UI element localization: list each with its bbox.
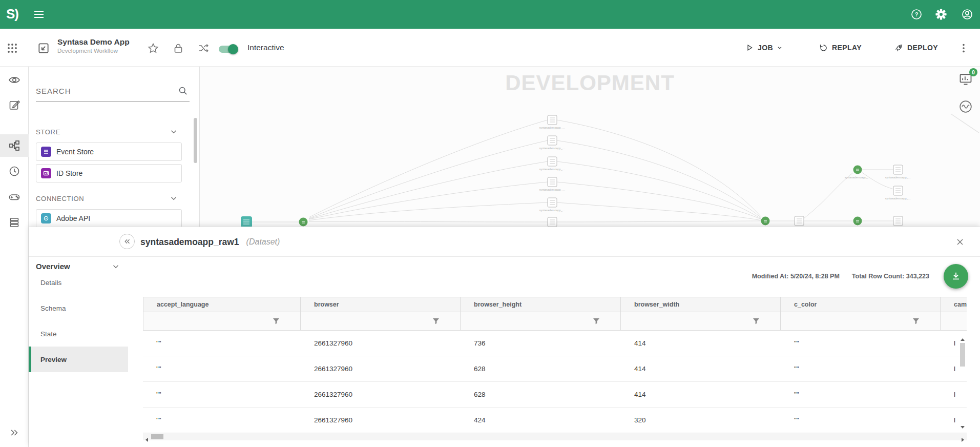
- svg-text:syntasademoapp_…: syntasademoapp_…: [539, 126, 565, 129]
- account-icon[interactable]: [961, 8, 973, 21]
- gamepad-icon[interactable]: [0, 186, 29, 208]
- canvas-dataset-node[interactable]: [795, 216, 804, 226]
- help-icon[interactable]: ?: [910, 8, 923, 21]
- column-header[interactable]: browser: [301, 297, 461, 312]
- corner-fold-line: [951, 114, 979, 133]
- column-header[interactable]: c_color: [781, 297, 941, 312]
- canvas-process-node-green[interactable]: [761, 217, 770, 226]
- v-scrollbar-thumb[interactable]: [960, 343, 965, 367]
- search-field: [36, 81, 190, 101]
- column-filter[interactable]: [621, 312, 781, 331]
- interactive-toggle[interactable]: [219, 44, 239, 54]
- job-button[interactable]: JOB: [745, 29, 783, 67]
- data-layers-icon[interactable]: [0, 211, 29, 234]
- column-header[interactable]: browser_height: [461, 297, 621, 312]
- overflow-menu-icon[interactable]: [957, 42, 970, 55]
- dataset-preview-panel: syntasademoapp_raw1 (Dataset) Overview D…: [29, 227, 980, 447]
- table-row[interactable]: "" 2661327960 628 414 "" l: [143, 356, 967, 382]
- library-item-adobe-api[interactable]: Adobe API: [36, 209, 182, 227]
- column-filter[interactable]: [781, 312, 941, 331]
- canvas-dataset-node[interactable]: [893, 216, 903, 226]
- canvas-notifications-icon[interactable]: 0: [958, 72, 974, 87]
- workflow-open-icon[interactable]: [37, 42, 50, 55]
- panel-scrollbar-thumb[interactable]: [194, 118, 197, 163]
- column-header[interactable]: accept_language: [143, 297, 301, 312]
- view-eye-icon[interactable]: [0, 69, 29, 91]
- column-filter[interactable]: [941, 312, 967, 331]
- filter-funnel-icon: [912, 318, 920, 324]
- gear-icon[interactable]: [935, 8, 947, 21]
- scroll-right-icon[interactable]: [961, 435, 965, 439]
- cell: "": [143, 382, 301, 408]
- column-header[interactable]: cam: [941, 297, 967, 312]
- horizontal-scrollbar[interactable]: [143, 433, 967, 440]
- chevron-down-icon[interactable]: [169, 127, 178, 136]
- nav-item-preview[interactable]: Preview: [29, 347, 128, 372]
- table-row[interactable]: "" 2661327960 424 320 "" l: [143, 408, 967, 433]
- h-scrollbar-thumb[interactable]: [151, 434, 163, 439]
- scroll-left-icon[interactable]: [145, 435, 149, 439]
- canvas-process-node-teal[interactable]: [241, 216, 252, 228]
- history-clock-icon[interactable]: [0, 160, 29, 182]
- canvas-dataset-node[interactable]: syntasademoapp_…: [539, 136, 565, 150]
- cell: 2661327960: [301, 382, 461, 408]
- filter-funnel-icon: [753, 318, 760, 324]
- canvas-dataset-node[interactable]: syntasademoapp_…: [539, 177, 565, 191]
- cell: 414: [621, 331, 781, 356]
- favorite-star-icon[interactable]: [147, 42, 160, 55]
- adobe-api-icon: [41, 213, 51, 223]
- hamburger-menu-icon[interactable]: [33, 8, 45, 21]
- close-icon[interactable]: [953, 235, 967, 249]
- lock-icon[interactable]: [172, 42, 185, 55]
- column-header[interactable]: browser_width: [621, 297, 781, 312]
- canvas-dataset-node[interactable]: syntasademoapp_…: [885, 165, 911, 179]
- toggle-knob: [228, 44, 238, 54]
- section-title-connection[interactable]: CONNECTION: [36, 195, 84, 202]
- download-button[interactable]: [944, 264, 968, 289]
- svg-text:syntasademoapp_…: syntasademoapp_…: [539, 209, 565, 212]
- nav-item-details[interactable]: Details: [29, 270, 128, 295]
- cell: "": [781, 356, 941, 382]
- left-icon-rail: [0, 67, 29, 447]
- section-title-store[interactable]: STORE: [36, 128, 60, 136]
- app-subtitle: Development Workflow: [57, 47, 130, 55]
- canvas-process-node-green[interactable]: [299, 218, 308, 227]
- canvas-process-node-green[interactable]: [853, 217, 862, 226]
- canvas-dataset-node[interactable]: syntasademoapp_…: [539, 157, 565, 171]
- edit-pencil-icon[interactable]: [0, 94, 29, 116]
- scroll-down-icon[interactable]: [961, 422, 965, 426]
- collapse-nav-icon[interactable]: [119, 234, 135, 249]
- canvas-process-node-green[interactable]: syntasademoapp_…: [845, 166, 870, 179]
- deploy-label: DEPLOY: [907, 44, 938, 52]
- deploy-button[interactable]: DEPLOY: [894, 29, 938, 67]
- library-item-event-store[interactable]: Event Store: [36, 143, 182, 161]
- svg-text:syntasademoapp_…: syntasademoapp_…: [539, 147, 565, 150]
- vertical-scrollbar[interactable]: [959, 335, 966, 426]
- column-filter[interactable]: [461, 312, 621, 331]
- table-row[interactable]: "" 2661327960 628 414 "" l: [143, 382, 967, 408]
- cell: 736: [461, 331, 621, 356]
- dataset-title: syntasademoapp_raw1: [140, 237, 239, 248]
- apps-grid-icon[interactable]: [6, 42, 19, 55]
- library-item-id-store[interactable]: ID Store: [36, 164, 182, 182]
- canvas-dataset-node[interactable]: [548, 217, 557, 227]
- scroll-up-icon[interactable]: [961, 335, 965, 339]
- shuffle-branch-icon[interactable]: [197, 42, 211, 55]
- canvas-dataset-node[interactable]: syntasademoapp_…: [539, 198, 565, 212]
- search-input[interactable]: [36, 81, 171, 100]
- cell: 414: [621, 382, 781, 408]
- node-library-panel: STORE Event Store ID Store CONNECTION Ad…: [29, 67, 200, 227]
- replay-button[interactable]: REPLAY: [819, 29, 862, 67]
- table-row[interactable]: "" 2661327960 736 414 "" l: [143, 331, 967, 356]
- column-filter[interactable]: [301, 312, 461, 331]
- canvas-dataset-node[interactable]: syntasademoapp_…: [885, 186, 911, 200]
- replay-label: REPLAY: [832, 44, 862, 52]
- column-filter[interactable]: [143, 312, 301, 331]
- canvas-dataset-node[interactable]: syntasademoapp_…: [539, 115, 565, 129]
- workflow-graph-icon[interactable]: [0, 134, 29, 157]
- chevron-down-icon[interactable]: [169, 194, 178, 203]
- expand-rail-icon[interactable]: [0, 428, 29, 438]
- nav-item-state[interactable]: State: [29, 321, 128, 347]
- nav-item-schema[interactable]: Schema: [29, 295, 128, 321]
- canvas-activity-icon[interactable]: [958, 99, 974, 115]
